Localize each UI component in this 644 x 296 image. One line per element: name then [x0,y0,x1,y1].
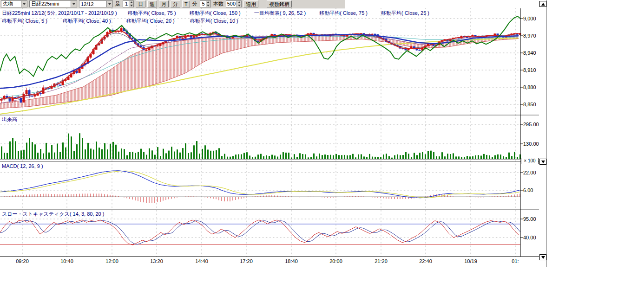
chevron-down-icon [72,3,75,5]
y-axis-label: 40.00 [523,235,536,240]
spinner-up-icon [207,1,210,3]
legend-item: 移動平均( Close, 75 ) [128,10,176,16]
panel-scroll-button[interactable] [539,159,546,165]
minute-stepper[interactable]: 5 [200,0,211,7]
spinner-down-icon [207,5,210,6]
period-tick-button[interactable]: T [182,0,190,7]
contract-month-select[interactable]: 12/12 [79,0,113,7]
y-axis-label: 6.00 [523,187,533,193]
minute-value: 5 [200,1,206,7]
y-axis-label: 8,910 [523,67,536,73]
dropdown-arrow-button[interactable] [106,1,112,7]
legend-item: 一目均衡表( 9, 26, 52 ) [254,10,306,16]
symbol-value: 日経225mini [30,0,71,7]
volume-panel-title: 出来高 [2,116,17,123]
x-axis-label: 14:40 [191,258,212,264]
y-axis-label: 8,880 [523,84,536,90]
x-axis-label: 17:20 [236,258,256,264]
x-axis-label: 10/19 [460,258,481,264]
legend-item: 移動平均( Close, 5 ) [2,18,47,24]
spinner-down-icon [130,5,133,6]
legend-item: 移動平均( Close, 20 ) [126,18,175,24]
x-axis-label: 22:40 [415,258,436,264]
y-axis-label: 130.00 [523,141,539,147]
y-axis-label: 95.00 [523,216,536,222]
stoch-panel-title: スロー・ストキャスティクス( 14, 3, 80, 20 ) [2,211,104,218]
interval-stepper[interactable]: 1 [123,0,134,7]
y-axis-label: 8,940 [523,50,536,56]
chevron-down-icon [23,3,26,5]
triangle-up-icon [541,3,545,6]
legend-item: 移動平均( Close, 75 ) [319,10,368,16]
apply-button[interactable]: 適用 [243,0,258,7]
x-axis-label: 13:20 [146,258,167,264]
period-month-button[interactable]: 月 [159,0,169,7]
chart-title: 日経225mini 12/12( 5分, 2012/10/17 - 2012/1… [2,10,117,16]
stepper-arrows[interactable] [129,1,133,7]
y-axis-label: 8,970 [523,33,536,39]
bars-count-stepper[interactable]: 500 [226,0,242,7]
x-axis-label: 01: [505,258,522,264]
x-axis-label: 12:00 [102,258,122,264]
chart-canvas[interactable] [0,8,539,257]
x-axis-label: 09:20 [12,258,33,264]
y-axis-label: 295.00 [523,122,539,127]
dropdown-arrow-button[interactable] [21,1,27,7]
legend-item: 移動平均( Close, 150 ) [190,10,241,16]
period-day-button[interactable]: 日 [136,0,145,7]
x-axis: 09:2010:4012:0013:2014:4017:2018:4020:00… [0,258,522,265]
minute-label: 分 [192,0,198,7]
stepper-arrows[interactable] [206,1,210,7]
spinner-down-icon [238,5,241,6]
spinner-up-icon [130,1,133,3]
legend-item: 移動平均( Close, 10 ) [190,18,238,24]
legend-item: 移動平均( Close, 25 ) [381,10,429,16]
contract-month-value: 12/12 [79,1,106,7]
bar-type-label: 足 [115,0,121,7]
trading-app-window: 先物 日経225mini 12/12 足 1 日 週 月 分 T 分 5 [0,0,644,296]
x-axis-label: 18:40 [281,258,302,264]
stepper-arrows[interactable] [237,1,241,7]
x-axis-label: 10:40 [57,258,77,264]
volume-multiplier-badge: × 100 [521,158,539,164]
macd-panel-title: MACD( 12, 26, 9 ) [2,163,43,169]
scroll-down-button[interactable] [539,254,546,260]
y-axis-label: 9,000 [523,16,536,21]
x-axis-label: 20:00 [326,258,346,264]
multi-symbol-button[interactable]: 複数銘柄 [267,0,292,7]
bars-count-label: 本数 [213,0,224,7]
dropdown-arrow-button[interactable] [71,1,77,7]
legend-item: 移動平均( Close, 40 ) [63,18,111,24]
interval-value: 1 [123,1,129,7]
spinner-up-icon [238,1,241,3]
period-week-button[interactable]: 週 [147,0,157,7]
triangle-down-icon [541,256,545,259]
chart-legend-row2: 移動平均( Close, 5 ) 移動平均( Close, 40 ) 移動平均(… [2,18,252,25]
period-minute-button[interactable]: 分 [171,0,180,7]
y-axis-label: 8,850 [523,102,536,107]
instrument-type-select[interactable]: 先物 [1,0,27,7]
symbol-select[interactable]: 日経225mini [29,0,77,7]
instrument-type-value: 先物 [1,0,21,7]
y-axis-label: 22.00 [523,170,536,175]
x-axis-label: 21:20 [371,258,391,264]
toolbar: 先物 日経225mini 12/12 足 1 日 週 月 分 T 分 5 [0,0,345,8]
triangle-down-icon [541,161,545,163]
chevron-down-icon [108,3,111,5]
window-right-border [546,0,547,267]
scroll-up-button[interactable] [539,1,546,7]
chart-legend-row1: 日経225mini 12/12( 5分, 2012/10/17 - 2012/1… [2,10,441,17]
bars-count-value: 500 [226,1,237,7]
